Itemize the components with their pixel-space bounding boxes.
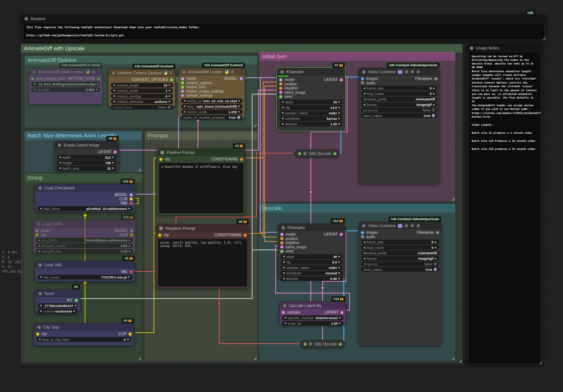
widget-value[interactable]: true — [424, 114, 430, 118]
output-port[interactable] — [339, 343, 342, 346]
port-dot[interactable] — [239, 77, 243, 81]
widget-value[interactable]: 8 — [431, 240, 433, 244]
widget-strength_clip[interactable]: ◀strength_clip1.00▶ — [36, 249, 133, 254]
decrement-arrow-icon[interactable]: ◀ — [59, 167, 61, 170]
input-port-negative[interactable]: negative — [279, 86, 305, 90]
toggle-knob[interactable] — [432, 114, 435, 117]
output-port-LATENT[interactable]: LATENT — [324, 310, 344, 315]
increment-arrow-icon[interactable]: ▶ — [74, 310, 76, 313]
decrement-arrow-icon[interactable]: ◀ — [283, 255, 284, 258]
port-dot[interactable] — [181, 94, 184, 97]
decrement-arrow-icon[interactable]: ◀ — [59, 161, 61, 164]
port-dot[interactable] — [181, 89, 184, 93]
node-uniform-context-options[interactable]: #25 AnimateDiff Evolved Uniform Context … — [108, 69, 176, 107]
increment-arrow-icon[interactable]: ▶ — [339, 271, 341, 274]
output-port-CLIP[interactable]: CLIP — [118, 332, 132, 336]
widget-value[interactable]: AnimateDiff — [417, 251, 437, 255]
widget-save_output[interactable]: save_outputtrue — [361, 267, 439, 272]
widget-steps[interactable]: ◀steps25▶ — [279, 100, 343, 104]
port-dot[interactable] — [279, 82, 283, 86]
widget-value[interactable]: true — [229, 115, 236, 119]
increment-arrow-icon[interactable]: ▶ — [339, 255, 341, 258]
port-dot[interactable] — [159, 158, 163, 161]
node-load-lora[interactable]: #30 Load LoRA modelclip MODELCLIP ◀lora_… — [33, 220, 136, 254]
port-dot[interactable] — [339, 233, 343, 236]
node-ksampler-initial[interactable]: #7 KSampler modelpositivenegativelatent_… — [277, 68, 345, 131]
widget-value[interactable]: 1.000 — [228, 110, 237, 114]
decrement-arrow-icon[interactable]: ◀ — [113, 95, 115, 97]
increment-arrow-icon[interactable]: ▶ — [339, 266, 341, 269]
port-dot[interactable] — [170, 78, 173, 82]
output-port-CLIP[interactable]: CLIP — [115, 233, 133, 237]
widget-value[interactable]: 30 — [333, 255, 337, 259]
input-port-latent_image[interactable]: latent_image — [280, 245, 306, 249]
increment-arrow-icon[interactable]: ▶ — [339, 111, 341, 114]
port-dot[interactable] — [113, 150, 117, 154]
output-port-Filenames[interactable]: Filenames — [417, 230, 439, 235]
port-dot[interactable] — [361, 77, 364, 81]
output-port-CONDITIONING[interactable]: CONDITIONING — [214, 233, 247, 237]
port-dot[interactable] — [280, 241, 284, 245]
input-port-context_options[interactable]: context_options — [181, 81, 224, 85]
node-vae-decode-upscale[interactable]: VAE Decode — [301, 340, 345, 348]
widget-value[interactable]: false — [158, 105, 166, 109]
widget-value[interactable]: YOZORA.vae.pt — [101, 275, 127, 279]
toggle-knob[interactable] — [434, 268, 437, 271]
info-icon[interactable] — [169, 71, 172, 75]
port-dot[interactable] — [280, 249, 284, 253]
port-dot[interactable] — [243, 233, 247, 237]
input-port-model[interactable]: model — [181, 77, 224, 81]
widget-value[interactable]: 25 — [333, 100, 337, 104]
widget-context_schedule[interactable]: ◀context_scheduleuniform▶ — [111, 99, 173, 104]
widget-value[interactable]: mm_sd_v15_v2.ckpt — [203, 99, 237, 103]
widget-closed_loop[interactable]: closed_loopfalse — [111, 105, 173, 110]
widget-value[interactable]: -2 — [123, 337, 126, 341]
node-video-combine-initial[interactable]: #45 ComfyUI-VideoHelperSuite Video Combi… — [358, 68, 440, 184]
decrement-arrow-icon[interactable]: ◀ — [59, 156, 61, 159]
increment-arrow-icon[interactable]: ▶ — [339, 106, 341, 109]
decrement-arrow-icon[interactable]: ◀ — [283, 260, 284, 263]
port-dot[interactable] — [36, 332, 40, 336]
widget-value[interactable]: 0 — [431, 245, 433, 249]
increment-arrow-icon[interactable]: ▶ — [339, 316, 341, 319]
input-port-audio[interactable]: audio — [361, 235, 378, 239]
toggle-knob[interactable] — [434, 262, 437, 266]
input-port-clip[interactable]: clip — [159, 157, 170, 162]
widget-value[interactable]: 6.5 — [332, 260, 337, 264]
node-ksampler-upscale[interactable]: #14 KSampler modelpositivenegativelatent… — [278, 223, 345, 278]
widget-scheduler[interactable]: ◀schedulerkarras▶ — [279, 116, 343, 121]
decrement-arrow-icon[interactable]: ◀ — [283, 271, 284, 274]
decrement-arrow-icon[interactable]: ◀ — [40, 207, 41, 210]
input-port-images[interactable]: images — [361, 230, 378, 235]
port-dot[interactable] — [280, 245, 284, 249]
widget-value[interactable]: 512 — [105, 155, 111, 159]
node-vae-decode-initial[interactable]: VAE Decode — [295, 149, 339, 158]
widget-sampler_name[interactable]: ◀sampler_nameeuler▶ — [280, 265, 343, 270]
input-port-latent_image[interactable]: latent_image — [279, 90, 305, 95]
output-port-CLIP[interactable]: CLIP — [114, 197, 133, 201]
increment-arrow-icon[interactable]: ▶ — [339, 260, 341, 263]
port-dot[interactable] — [279, 90, 283, 94]
widget-value[interactable]: 0.60 — [330, 277, 337, 281]
widget-value[interactable]: randomize — [55, 309, 72, 313]
widget-vae_name[interactable]: ◀vae_nameYOZORA.vae.pt▶ — [37, 275, 133, 280]
widget-beta_schedule[interactable]: ◀beta_schedulesqrt_linear (AnimateDiff)▶ — [181, 104, 243, 109]
increment-arrow-icon[interactable]: ▶ — [129, 250, 131, 253]
decrement-arrow-icon[interactable]: ◀ — [363, 87, 365, 90]
increment-arrow-icon[interactable]: ▶ — [97, 82, 99, 85]
widget-value[interactable]: 1.00 — [121, 249, 128, 253]
node-animatediff-loader[interactable]: #20 AnimateDiff Evolved AnimateDiff Load… — [179, 68, 245, 119]
toggle-knob[interactable] — [168, 106, 171, 109]
node-negative-prompt[interactable]: #6 Negative Prompt clip CONDITIONING asi… — [156, 224, 249, 288]
widget-filename_prefix[interactable]: filename_prefixAnimateDiff — [361, 97, 437, 101]
port-dot[interactable] — [35, 229, 39, 233]
port-dot[interactable] — [339, 78, 343, 82]
decrement-arrow-icon[interactable]: ◀ — [282, 106, 283, 109]
widget-sampler_name[interactable]: ◀sampler_nameeuler▶ — [279, 111, 343, 115]
decrement-arrow-icon[interactable]: ◀ — [38, 239, 40, 242]
port-dot[interactable] — [129, 201, 133, 205]
prompt-textarea[interactable]: a beautiful meadow of wildflowers, blue … — [159, 163, 243, 214]
port-dot[interactable] — [240, 158, 243, 161]
widget-upscale_method[interactable]: ◀upscale_methodnearest-exact▶ — [282, 315, 343, 320]
input-port-samples[interactable]: samples — [282, 310, 301, 315]
